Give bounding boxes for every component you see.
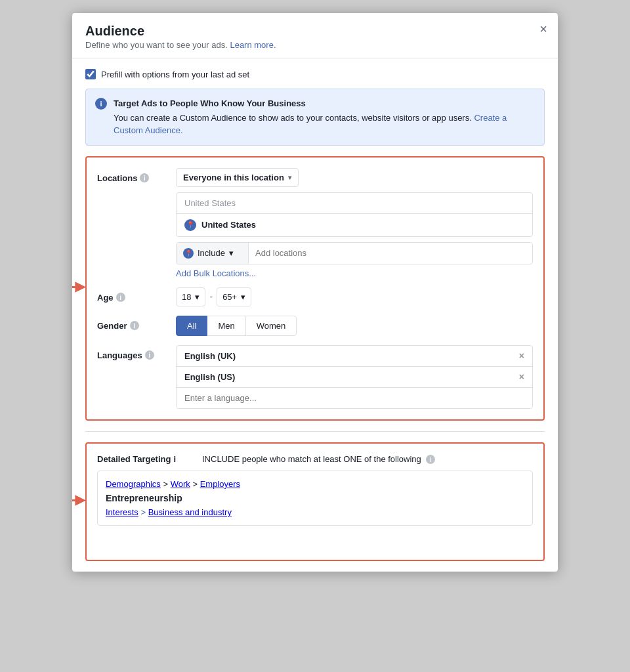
gender-all-button[interactable]: All (176, 316, 207, 336)
age-min-chevron-icon: ▾ (195, 292, 200, 302)
location-selected: 📍 United States (177, 214, 532, 236)
gender-label: Gender i (97, 316, 176, 331)
gender-info-icon: i (130, 321, 139, 330)
locations-content: Everyone in this location ▾ United State… (176, 168, 533, 278)
age-row: 18 ▾ - 65+ ▾ (176, 287, 533, 306)
age-field-row: Age i 18 ▾ - 65+ ▾ (97, 287, 533, 306)
add-locations-input[interactable] (249, 243, 532, 263)
work-link[interactable]: Work (171, 479, 190, 489)
targeting-breadcrumb-2: Interests > Business and industry (106, 507, 524, 517)
language-item-us: English (US) × (177, 367, 532, 388)
targeting-item-name: Entrepreneurship (106, 493, 524, 503)
prefill-row: Prefill with options from your last ad s… (85, 69, 545, 79)
detail-desc-info-icon: i (426, 455, 435, 464)
targeting-breadcrumb-1: Demographics > Work > Employers (106, 479, 524, 489)
language-item-uk: English (UK) × (177, 346, 532, 367)
location-pin-icon: 📍 (184, 219, 196, 231)
age-min-select[interactable]: 18 ▾ (176, 287, 205, 306)
info-icon: i (95, 98, 107, 110)
info-text: Target Ads to People Who Know Your Busin… (114, 97, 535, 137)
add-bulk-locations-link[interactable]: Add Bulk Locations... (176, 268, 256, 278)
languages-label: Languages i (97, 345, 176, 360)
audience-modal: Audience Define who you want to see your… (72, 13, 558, 572)
language-uk-label: English (UK) (184, 351, 236, 361)
detailed-targeting-wrapper: Detailed Targeting i INCLUDE people who … (85, 442, 545, 562)
interests-link[interactable]: Interests (106, 507, 138, 517)
locations-label: Locations i (97, 168, 176, 183)
close-button[interactable]: × (539, 22, 547, 35)
include-row: 📍 Include ▾ (176, 242, 533, 264)
prefill-checkbox[interactable] (85, 69, 96, 79)
languages-box: English (UK) × English (US) × (176, 345, 533, 409)
age-info-icon: i (116, 293, 125, 302)
chevron-down-icon: ▾ (288, 174, 291, 181)
fade-overlay (97, 530, 533, 549)
languages-content: English (UK) × English (US) × (176, 345, 533, 409)
age-label: Age i (97, 287, 176, 303)
arrow-indicator-1 (72, 278, 85, 299)
age-max-chevron-icon: ▾ (241, 292, 245, 302)
detail-header-row: Detailed Targeting i INCLUDE people who … (97, 454, 533, 465)
locations-field-row: Locations i Everyone in this location ▾ … (97, 168, 533, 278)
learn-more-link[interactable]: Learn more. (230, 40, 276, 50)
section-divider (85, 431, 545, 432)
languages-field-row: Languages i English (UK) × English (US) … (97, 345, 533, 409)
modal-header: Audience Define who you want to see your… (72, 13, 558, 58)
prefill-label: Prefill with options from your last ad s… (101, 70, 249, 79)
gender-women-button[interactable]: Women (245, 316, 297, 336)
include-dropdown[interactable]: 📍 Include ▾ (177, 243, 249, 264)
demographics-link[interactable]: Demographics (106, 479, 161, 489)
age-separator: - (209, 291, 213, 302)
everyone-in-location-dropdown[interactable]: Everyone in this location ▾ (176, 168, 299, 187)
location-placeholder: United States (177, 193, 532, 214)
include-chevron-icon: ▾ (229, 248, 234, 258)
gender-buttons: All Men Women (176, 316, 533, 336)
employers-link[interactable]: Employers (200, 479, 240, 489)
info-banner: i Target Ads to People Who Know Your Bus… (85, 89, 545, 146)
age-content: 18 ▾ - 65+ ▾ (176, 287, 533, 306)
arrow-indicator-2 (72, 491, 85, 513)
language-input[interactable] (177, 388, 532, 408)
main-targeting-wrapper: Locations i Everyone in this location ▾ … (85, 156, 545, 421)
age-max-select[interactable]: 65+ ▾ (217, 287, 251, 306)
locations-section: Locations i Everyone in this location ▾ … (85, 156, 545, 421)
business-industry-link[interactable]: Business and industry (148, 507, 232, 517)
modal-body: Prefill with options from your last ad s… (72, 58, 558, 572)
detailed-targeting-info-icon: i (173, 454, 176, 464)
language-us-remove-button[interactable]: × (519, 372, 524, 381)
modal-subtitle: Define who you want to see your ads. Lea… (85, 40, 545, 50)
gender-content: All Men Women (176, 316, 533, 336)
gender-field-row: Gender i All Men Women (97, 316, 533, 336)
include-pin-icon: 📍 (183, 248, 194, 259)
language-uk-remove-button[interactable]: × (519, 351, 524, 360)
targeting-content-box: Demographics > Work > Employers Entrepre… (97, 471, 533, 526)
language-us-label: English (US) (184, 372, 235, 382)
detailed-targeting-section: Detailed Targeting i INCLUDE people who … (85, 442, 545, 562)
gender-men-button[interactable]: Men (207, 316, 245, 336)
modal-title: Audience (85, 24, 545, 39)
info-title: Target Ads to People Who Know Your Busin… (114, 97, 535, 110)
location-input-box: United States 📍 United States (176, 192, 533, 237)
languages-info-icon: i (145, 350, 154, 360)
locations-info-icon: i (140, 173, 149, 182)
detailed-targeting-label: Detailed Targeting i (97, 454, 202, 464)
detailed-targeting-description: INCLUDE people who match at least ONE of… (202, 454, 435, 465)
